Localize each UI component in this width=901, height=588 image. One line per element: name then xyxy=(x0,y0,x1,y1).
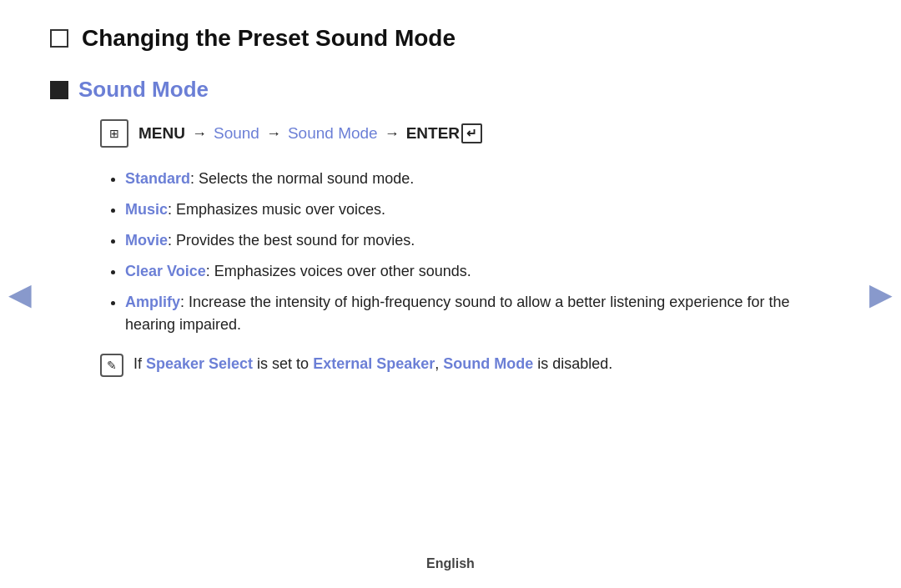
sound-link: Sound xyxy=(214,124,259,143)
checkbox-icon xyxy=(50,29,68,48)
footer-language: English xyxy=(426,556,475,571)
arrow-3: → xyxy=(385,125,400,143)
desc-movie: : Provides the best sound for movies. xyxy=(168,232,415,249)
section-title-row: Sound Mode xyxy=(50,77,834,103)
list-item: Movie: Provides the best sound for movie… xyxy=(125,229,834,252)
enter-icon: ↵ xyxy=(461,123,482,143)
term-clear-voice: Clear Voice xyxy=(125,263,206,279)
term-music: Music xyxy=(125,201,168,218)
list-item: Clear Voice: Emphasizes voices over othe… xyxy=(125,260,834,283)
note-text: If Speaker Select is set to External Spe… xyxy=(133,353,612,375)
enter-label: ENTER xyxy=(406,124,460,143)
sound-mode-link: Sound Mode xyxy=(288,124,378,143)
list-item: Music: Emphasizes music over voices. xyxy=(125,199,834,221)
term-sound-mode-note: Sound Mode xyxy=(443,355,533,372)
term-standard: Standard xyxy=(125,170,190,187)
menu-icon: ⊞ xyxy=(100,119,128,148)
menu-path: ⊞ MENU → Sound → Sound Mode → ENTER↵ xyxy=(100,119,834,148)
section-title: Sound Mode xyxy=(78,77,209,103)
menu-label: MENU xyxy=(138,124,185,143)
term-movie: Movie xyxy=(125,232,168,249)
enter-button: ENTER↵ xyxy=(406,123,482,143)
list-item: Amplify: Increase the intensity of high-… xyxy=(125,291,834,336)
arrow-2: → xyxy=(266,125,281,143)
arrow-1: → xyxy=(192,125,207,143)
desc-music: : Emphasizes music over voices. xyxy=(168,201,385,218)
desc-standard: : Selects the normal sound mode. xyxy=(190,170,414,187)
list-item: Standard: Selects the normal sound mode. xyxy=(125,168,834,190)
main-title-row: Changing the Preset Sound Mode xyxy=(50,25,834,52)
note-icon: ✎ xyxy=(100,354,123,377)
note-row: ✎ If Speaker Select is set to External S… xyxy=(100,353,834,377)
page-title: Changing the Preset Sound Mode xyxy=(82,25,456,52)
black-square-icon xyxy=(50,81,68,99)
term-amplify: Amplify xyxy=(125,294,180,310)
desc-amplify: : Increase the intensity of high-frequen… xyxy=(125,294,789,333)
bullet-list: Standard: Selects the normal sound mode.… xyxy=(125,168,834,336)
term-external-speaker: External Speaker xyxy=(313,355,435,372)
desc-clear-voice: : Emphasizes voices over other sounds. xyxy=(206,263,471,279)
term-speaker-select: Speaker Select xyxy=(146,355,253,372)
